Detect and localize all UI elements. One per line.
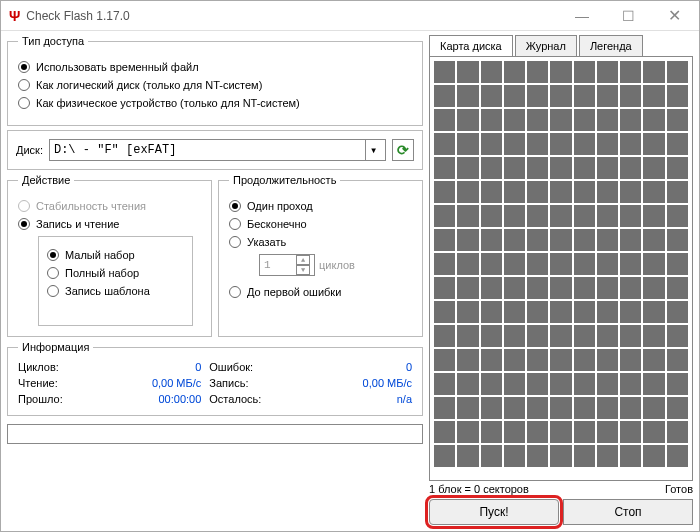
access-temp-file[interactable]: Использовать временный файл	[18, 61, 412, 73]
close-button[interactable]: ✕	[651, 2, 697, 30]
radio-icon	[229, 286, 241, 298]
map-block	[457, 397, 478, 419]
spinner-up-icon[interactable]: ▲	[296, 255, 310, 265]
errors-label: Ошибок:	[209, 361, 312, 373]
map-block	[597, 421, 618, 443]
radio-icon	[18, 218, 30, 230]
map-block	[574, 253, 595, 275]
map-block	[504, 421, 525, 443]
refresh-button[interactable]: ⟳	[392, 139, 414, 161]
map-block	[667, 229, 688, 251]
radio-icon	[229, 200, 241, 212]
radio-icon	[229, 236, 241, 248]
map-block	[550, 229, 571, 251]
map-block	[643, 85, 664, 107]
duration-specify[interactable]: Указать	[229, 236, 412, 248]
map-block	[597, 181, 618, 203]
map-block	[597, 373, 618, 395]
map-block	[527, 85, 548, 107]
map-block	[434, 349, 455, 371]
map-block	[550, 157, 571, 179]
map-block	[574, 445, 595, 467]
map-block	[504, 85, 525, 107]
subset-template[interactable]: Запись шаблона	[47, 285, 184, 297]
duration-infinite[interactable]: Бесконечно	[229, 218, 412, 230]
radio-icon	[47, 249, 59, 261]
map-block	[481, 181, 502, 203]
window-title: Check Flash 1.17.0	[26, 9, 559, 23]
tab-legend[interactable]: Легенда	[579, 35, 643, 56]
map-block	[434, 229, 455, 251]
map-block	[620, 325, 641, 347]
map-block	[504, 205, 525, 227]
map-block	[550, 181, 571, 203]
read-value: 0,00 МБ/с	[121, 377, 201, 389]
spinner-down-icon[interactable]: ▼	[296, 265, 310, 275]
map-block	[481, 157, 502, 179]
map-block	[481, 445, 502, 467]
map-block	[643, 181, 664, 203]
map-block	[527, 181, 548, 203]
map-block	[527, 445, 548, 467]
radio-icon	[18, 79, 30, 91]
map-block	[667, 109, 688, 131]
maximize-button[interactable]: ☐	[605, 2, 651, 30]
titlebar: Ψ Check Flash 1.17.0 — ☐ ✕	[1, 1, 699, 31]
subset-full[interactable]: Полный набор	[47, 267, 184, 279]
start-button[interactable]: Пуск!	[429, 499, 559, 525]
map-block	[434, 157, 455, 179]
map-block	[481, 421, 502, 443]
stop-button[interactable]: Стоп	[563, 499, 693, 525]
map-block	[574, 157, 595, 179]
block-info: 1 блок = 0 секторов	[429, 483, 529, 495]
map-block	[643, 445, 664, 467]
subset-small[interactable]: Малый набор	[47, 249, 184, 261]
map-block	[527, 373, 548, 395]
radio-icon	[47, 267, 59, 279]
map-block	[481, 277, 502, 299]
map-block	[574, 109, 595, 131]
map-block	[667, 445, 688, 467]
map-block	[527, 61, 548, 83]
map-block	[574, 373, 595, 395]
access-logical-disk[interactable]: Как логический диск (только для NT-систе…	[18, 79, 412, 91]
map-block	[434, 421, 455, 443]
chevron-down-icon: ▾	[365, 140, 381, 160]
tab-log[interactable]: Журнал	[515, 35, 577, 56]
map-block	[620, 277, 641, 299]
map-block	[550, 61, 571, 83]
map-block	[643, 325, 664, 347]
map-block	[574, 229, 595, 251]
map-block	[667, 301, 688, 323]
radio-icon	[229, 218, 241, 230]
map-block	[667, 421, 688, 443]
map-block	[643, 397, 664, 419]
map-block	[457, 61, 478, 83]
map-block	[457, 157, 478, 179]
write-label: Запись:	[209, 377, 312, 389]
cycles-spinner[interactable]: 1 ▲ ▼	[259, 254, 315, 276]
errors-value: 0	[320, 361, 412, 373]
duration-once[interactable]: Один проход	[229, 200, 412, 212]
map-block	[620, 157, 641, 179]
map-block	[550, 445, 571, 467]
progress-bar	[7, 424, 423, 444]
minimize-button[interactable]: —	[559, 2, 605, 30]
map-block	[574, 181, 595, 203]
map-block	[434, 253, 455, 275]
map-block	[550, 205, 571, 227]
map-block	[667, 205, 688, 227]
action-write-read[interactable]: Запись и чтение	[18, 218, 201, 230]
duration-first-error[interactable]: До первой ошибки	[229, 286, 412, 298]
map-block	[550, 373, 571, 395]
access-physical-device[interactable]: Как физическое устройство (только для NT…	[18, 97, 412, 109]
map-block	[667, 325, 688, 347]
map-block	[434, 133, 455, 155]
map-block	[434, 205, 455, 227]
write-value: 0,00 МБ/с	[320, 377, 412, 389]
tab-disk-map[interactable]: Карта диска	[429, 35, 513, 56]
action-subset-list[interactable]: Малый набор Полный набор Запись шаблона	[38, 236, 193, 326]
drive-select[interactable]: D:\ - "F" [exFAT] ▾	[49, 139, 386, 161]
map-block	[620, 253, 641, 275]
map-block	[434, 397, 455, 419]
